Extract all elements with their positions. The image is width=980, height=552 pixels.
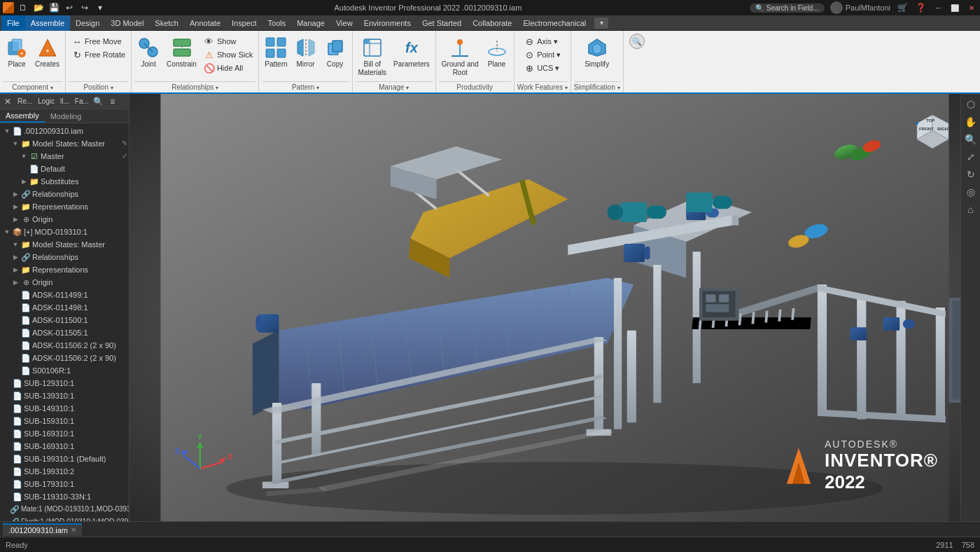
search-field[interactable]: 🔍 Search in Field... [750,4,825,13]
minimize-btn[interactable]: ─ [932,2,944,13]
undo-btn[interactable]: ↩ [63,1,76,14]
show-sick-btn[interactable]: ⚠ Show Sick [201,48,255,61]
tree-item-orig2[interactable]: ▶ ⊕ Origin [0,276,129,289]
simplify-btn[interactable]: Simplify [582,35,612,70]
mirror-btn[interactable]: Mirror [292,35,320,70]
tree-item-sub169a[interactable]: 📄 SUB-169310:1 [0,427,129,440]
tree-item-origin[interactable]: ▶ ⊕ Origin [0,213,129,226]
nav-hand-btn[interactable]: ✋ [963,114,979,130]
nav-home-btn[interactable]: ⌂ [963,202,979,217]
tree-expand-repr2[interactable]: ▶ [11,264,20,275]
tree-item-s00106[interactable]: 📄 S00106R:1 [0,364,129,377]
nav-select-btn[interactable]: ⬡ [963,97,979,112]
redo-btn[interactable]: ↪ [78,1,91,14]
tree-expand-ms-master[interactable]: ▼ [11,239,20,250]
menu-getstarted[interactable]: Get Started [416,15,467,31]
point-btn[interactable]: ⊙ Point ▾ [521,48,564,61]
tree-item-adsk499[interactable]: 📄 ADSK-011499:1 [0,289,129,301]
tree-item-sub199b[interactable]: 📄 SUB-199310:2 [0,465,129,478]
menu-inspect[interactable]: Inspect [226,15,262,31]
tree-item-repr2[interactable]: ▶ 📁 Representations [0,263,129,276]
tree-expand-substitutes[interactable]: ▶ [20,176,28,187]
search-commands-btn[interactable]: 🔍 [629,34,645,49]
menu-sketch[interactable]: Sketch [149,15,184,31]
axis-btn[interactable]: ⊖ Axis ▾ [521,35,564,48]
creates-btn[interactable]: + Creates [32,35,62,70]
menu-electromechanical[interactable]: Electromechanical [517,15,592,31]
restore-btn[interactable]: ⬜ [949,2,960,13]
tree-item-adsk506a[interactable]: 📄 ADSK-011506:2 (2 x 90) [0,339,129,352]
browser-tab-assembly[interactable]: Assembly [0,110,45,123]
joint-btn[interactable]: Joint [134,35,162,70]
nav-orbit-btn[interactable]: ↻ [963,167,979,182]
nav-lookat-btn[interactable]: ◎ [963,184,979,200]
tab-assembly-file[interactable]: .0012009310.iam ✕ [3,523,82,536]
menu-view[interactable]: View [330,15,358,31]
tree-item-master[interactable]: ▼ ☑ Master ✓ [0,150,129,163]
menu-design[interactable]: Design [70,15,105,31]
open-btn[interactable]: 📂 [32,1,45,14]
menu-3dmodel[interactable]: 3D Model [105,15,149,31]
tree-expand-mod019310[interactable]: ▼ [3,226,11,237]
plane-btn[interactable]: Plane [483,35,511,70]
tree-expand-orig2[interactable]: ▶ [11,277,20,288]
free-rotate-btn[interactable]: ↻ Free Rotate [69,48,128,61]
menu-collaborate[interactable]: Collaborate [467,15,517,31]
qat-more-btn[interactable]: ▾ [94,1,106,14]
browser-tab-re[interactable]: Re... [15,95,34,108]
free-move-btn[interactable]: ↔ Free Move [69,35,128,48]
tree-item-modelstates[interactable]: ▼ 📁 Model States: Master ✎ [0,137,129,150]
browser-menu-btn[interactable]: ≡ [106,95,119,108]
hide-all-btn[interactable]: 🚫 Hide All [201,62,255,74]
tree-item-mod019310[interactable]: ▼ 📦 [+] MOD-019310:1 [0,226,129,238]
close-btn[interactable]: ✕ [966,2,977,13]
menu-annotate[interactable]: Annotate [184,15,226,31]
tree-item-substitutes[interactable]: ▶ 📁 Substitutes [0,175,129,188]
nav-zoom-btn[interactable]: 🔍 [963,132,979,147]
tree-expand-master[interactable]: ▼ [20,151,28,162]
place-btn[interactable]: + Place [3,35,31,70]
browser-tab-ll[interactable]: ll... [58,95,71,108]
nav-zoomfit-btn[interactable]: ⤢ [963,149,979,165]
tree-item-sub129[interactable]: 📄 SUB-129310:1 [0,377,129,389]
copy-btn[interactable]: Copy [321,35,349,70]
tree-item-sub149[interactable]: 📄 SUB-149310:1 [0,402,129,415]
save-btn[interactable]: 💾 [48,1,60,14]
viewcube[interactable]: FRONT RIGHT TOP [906,101,955,150]
help-btn[interactable]: ❓ [914,1,927,14]
viewport[interactable]: X Y Z FRONT RIGHT TOP [130,94,980,521]
tree-item-adsk500[interactable]: 📄 ADSK-011500:1 [0,314,129,326]
tree-item-flush1[interactable]: 🔗 Flush:1 (MOD-019310:1;MOD-039310:1... [0,516,129,521]
tree-item-sub179[interactable]: 📄 SUB-179310:1 [0,478,129,490]
browser-tab-modeling[interactable]: Modeling [45,111,88,122]
menu-file[interactable]: File [1,15,25,31]
tree-expand-relationships[interactable]: ▶ [11,188,20,200]
tree-item-adsk505[interactable]: 📄 ADSK-011505:1 [0,326,129,339]
browser-tab-logic[interactable]: Logic [36,95,57,108]
ucs-btn[interactable]: ⊕ UCS ▾ [521,62,564,74]
tree-item-sub199a[interactable]: 📄 SUB-199310:1 (Default) [0,453,129,465]
tree-item-default[interactable]: 📄 Default [0,163,129,175]
browser-close-btn[interactable]: ✕ [1,95,14,108]
ground-root-btn[interactable]: Ground and Root [439,35,482,78]
tree-item-sub159[interactable]: 📄 SUB-159310:1 [0,415,129,427]
tree-expand-root[interactable]: ▼ [3,125,11,137]
tree-item-sub169b[interactable]: 📄 SUB-169310:1 [0,440,129,453]
tree-item-ms-master[interactable]: ▼ 📁 Model States: Master [0,238,129,251]
parameters-btn[interactable]: fx Parameters [391,35,433,70]
tree-expand-rel2[interactable]: ▶ [11,251,20,263]
tree-item-root[interactable]: ▼ 📄 .0012009310.iam [0,125,129,137]
tree-item-representations[interactable]: ▶ 📁 Representations [0,200,129,213]
tree-item-sub139[interactable]: 📄 SUB-139310:1 [0,389,129,402]
menu-manage[interactable]: Manage [291,15,330,31]
tree-item-mate1[interactable]: 🔗 Mate:1 (MOD-019310:1,MOD-039310:1... [0,503,129,516]
pattern-btn[interactable]: Pattern [262,35,290,70]
menu-assemble[interactable]: Assemble [25,15,70,31]
browser-search-btn[interactable]: 🔍 [92,95,105,108]
tree-expand-origin[interactable]: ▶ [11,214,20,225]
menu-tools[interactable]: Tools [262,15,292,31]
ribbon-collapse-btn[interactable]: ▾ [594,18,608,29]
browser-tab-fa[interactable]: Fa... [73,95,91,108]
bom-btn[interactable]: Bill of Materials [356,35,390,78]
user-profile[interactable]: PaulMfantoni [830,1,890,14]
